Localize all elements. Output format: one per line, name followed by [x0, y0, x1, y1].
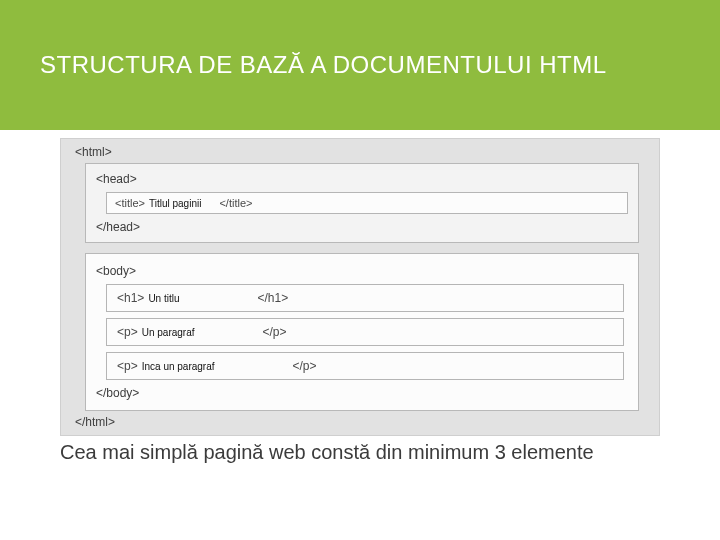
- p1-close-tag: </p>: [263, 325, 287, 339]
- html-structure-diagram: <html> <head> <title> Titlul paginii </t…: [60, 138, 660, 436]
- footer-caption: Cea mai simplă pagină web constă din min…: [60, 440, 660, 464]
- h1-open-tag: <h1>: [117, 291, 144, 305]
- title-content: Titlul paginii: [149, 198, 201, 209]
- head-box: <head> <title> Titlul paginii </title> <…: [85, 163, 639, 243]
- p2-row: <p> Inca un paragraf </p>: [106, 352, 624, 380]
- title-row: <title> Titlul paginii </title>: [106, 192, 628, 214]
- slide-title: STRUCTURA DE BAZĂ A DOCUMENTULUI HTML: [40, 50, 607, 80]
- body-box: <body> <h1> Un titlu </h1> <p> Un paragr…: [85, 253, 639, 411]
- head-close-tag: </head>: [96, 220, 628, 234]
- title-open-tag: <title>: [115, 197, 145, 209]
- p2-open-tag: <p>: [117, 359, 138, 373]
- h1-close-tag: </h1>: [258, 291, 289, 305]
- body-open-tag: <body>: [96, 264, 628, 278]
- h1-content: Un titlu: [148, 293, 179, 304]
- p1-content: Un paragraf: [142, 327, 195, 338]
- h1-row: <h1> Un titlu </h1>: [106, 284, 624, 312]
- body-close-tag: </body>: [96, 386, 628, 400]
- p2-close-tag: </p>: [293, 359, 317, 373]
- p1-row: <p> Un paragraf </p>: [106, 318, 624, 346]
- title-close-tag: </title>: [219, 197, 252, 209]
- p1-open-tag: <p>: [117, 325, 138, 339]
- html-open-tag: <html>: [75, 145, 645, 159]
- html-close-tag: </html>: [75, 415, 645, 429]
- p2-content: Inca un paragraf: [142, 361, 215, 372]
- slide-header: STRUCTURA DE BAZĂ A DOCUMENTULUI HTML: [0, 0, 720, 130]
- head-open-tag: <head>: [96, 172, 628, 186]
